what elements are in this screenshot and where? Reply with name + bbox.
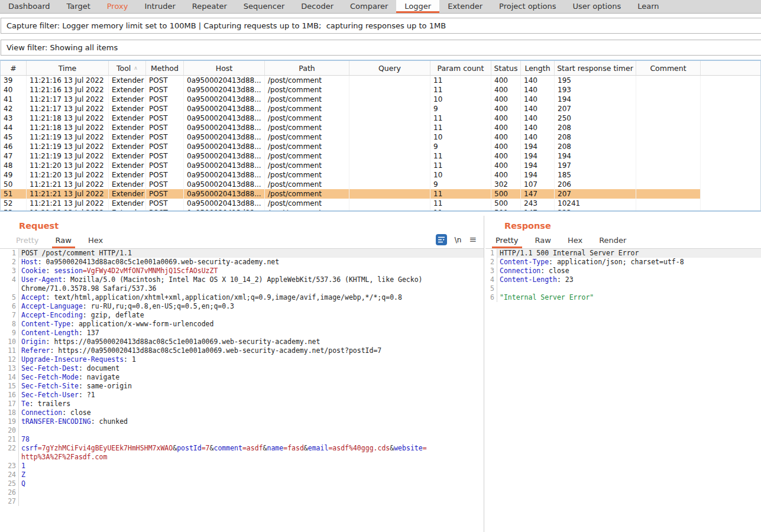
column-header-start-response-timer[interactable]: Start response timer (555, 61, 636, 75)
response-editor[interactable]: 1HTTP/1.1 500 Internal Server Error2Cont… (485, 249, 761, 532)
column-header-time[interactable]: Time (27, 61, 109, 75)
cell-param-count: 11 (430, 208, 491, 212)
column-header-comment[interactable]: Comment (636, 61, 701, 75)
column-header-status[interactable]: Status (491, 61, 521, 75)
cell-query (349, 161, 430, 170)
request-tab-hex[interactable]: Hex (81, 233, 110, 248)
code-line: 14Sec-Fetch-Mode: navigate (0, 373, 484, 382)
request-editor[interactable]: 1POST /post/comment HTTP/1.12Host: 0a950… (0, 249, 484, 532)
cell-time: 11:21:18 13 Jul 2022 (27, 113, 109, 123)
cell-method: POST (146, 199, 184, 208)
menu-tab-decoder[interactable]: Decoder (293, 0, 342, 13)
cell-status: 500 (491, 199, 521, 208)
menu-tab-user-options[interactable]: User options (565, 0, 630, 13)
code-line: 2Host: 0a9500020413d88ac08c5c1e001a0069.… (0, 258, 484, 267)
response-tab-hex[interactable]: Hex (561, 233, 590, 248)
cell-path: /post/comment (265, 85, 349, 95)
cell-path: /post/comment (265, 123, 349, 132)
menu-tab-dashboard[interactable]: Dashboard (0, 0, 59, 13)
cell-query (349, 123, 430, 132)
table-row[interactable]: 4211:21:17 13 Jul 2022ExtenderPOST0a9500… (1, 104, 760, 113)
column-header-path[interactable]: Path (265, 61, 349, 75)
code-line: 18Connection: close (0, 408, 484, 417)
logger-table[interactable]: #TimeTool∧MethodHostPathQueryParam count… (0, 60, 761, 212)
table-row[interactable]: 4811:21:20 13 Jul 2022ExtenderPOST0a9500… (1, 161, 760, 170)
column-header-query[interactable]: Query (349, 61, 430, 75)
table-row[interactable]: 5111:21:21 13 Jul 2022ExtenderPOST0a9500… (1, 189, 760, 199)
table-row[interactable]: 4111:21:17 13 Jul 2022ExtenderPOST0a9500… (1, 95, 760, 104)
column-header-filler (701, 61, 761, 75)
column-header-number[interactable]: # (1, 61, 27, 75)
line-number: 23 (0, 462, 19, 471)
view-filter-bar[interactable]: View filter: Showing all items (1, 40, 761, 56)
cell-start-response-timer: 207 (555, 104, 636, 113)
cell-host: 0a9500020413d88... (184, 199, 265, 208)
menu-tab-repeater[interactable]: Repeater (184, 0, 235, 13)
pretty-print-icon[interactable] (436, 234, 447, 245)
menu-tab-proxy[interactable]: Proxy (99, 0, 137, 13)
code-line: 5 (485, 284, 761, 293)
menu-tab-logger[interactable]: Logger (396, 0, 439, 13)
column-header-param-count[interactable]: Param count (430, 61, 491, 75)
column-header-host[interactable]: Host (184, 61, 265, 75)
table-row[interactable]: 5211:21:21 13 Jul 2022ExtenderPOST0a9500… (1, 199, 760, 208)
table-row[interactable]: 4011:21:16 13 Jul 2022ExtenderPOST0a9500… (1, 85, 760, 95)
request-tab-pretty[interactable]: Pretty (9, 233, 46, 248)
menu-tab-intruder[interactable]: Intruder (136, 0, 183, 13)
menu-tab-target[interactable]: Target (59, 0, 99, 13)
cell-length: 140 (521, 95, 555, 104)
cell-length: 194 (521, 142, 555, 151)
newline-toggle-icon[interactable]: \n (455, 236, 462, 244)
capture-filter-bar[interactable]: Capture filter: Logger memory limit set … (1, 18, 761, 34)
table-row[interactable]: 4411:21:18 13 Jul 2022ExtenderPOST0a9500… (1, 123, 760, 132)
cell-query (349, 142, 430, 151)
cell-comment (636, 113, 701, 123)
cell-param-count: 9 (430, 142, 491, 151)
cell-status: 400 (491, 151, 521, 161)
column-header-tool[interactable]: Tool∧ (109, 61, 146, 75)
table-row[interactable]: 4911:21:20 13 Jul 2022ExtenderPOST0a9500… (1, 170, 760, 180)
cell-status: 500 (491, 189, 521, 199)
table-row[interactable]: 3911:21:16 13 Jul 2022ExtenderPOST0a9500… (1, 76, 760, 85)
cell-id: 47 (1, 151, 27, 161)
cell-id: 43 (1, 113, 27, 123)
cell-host: 0a9500020413d88... (184, 76, 265, 85)
table-row[interactable]: 4711:21:19 13 Jul 2022ExtenderPOST0a9500… (1, 151, 760, 161)
code-line: 19tRANSFER-ENCODING: chunked (0, 417, 484, 426)
response-tab-render[interactable]: Render (592, 233, 633, 248)
line-number: 17 (0, 400, 19, 408)
request-tab-raw[interactable]: Raw (48, 233, 79, 248)
cell-method: POST (146, 161, 184, 170)
cell-host: 0a9500020413d88... (184, 104, 265, 113)
response-tab-raw[interactable]: Raw (528, 233, 558, 248)
cell-query (349, 170, 430, 180)
code-line: 15Sec-Fetch-Site: same-origin (0, 382, 484, 391)
cell-status: 400 (491, 161, 521, 170)
cell-length: 140 (521, 85, 555, 95)
cell-host: 0a9500020413d88... (184, 132, 265, 142)
cell-comment (636, 142, 701, 151)
line-number: 3 (0, 267, 19, 275)
response-tab-pretty[interactable]: Pretty (488, 233, 526, 248)
table-row[interactable]: 4311:21:18 13 Jul 2022ExtenderPOST0a9500… (1, 113, 760, 123)
menu-tab-project-options[interactable]: Project options (491, 0, 565, 13)
cell-param-count: 11 (430, 123, 491, 132)
table-row[interactable]: 5311:21:22 13 Jul 2022ExtenderPOST0a9500… (1, 208, 760, 212)
menu-tab-extender[interactable]: Extender (439, 0, 491, 13)
cell-length: 140 (521, 113, 555, 123)
menu-tab-comparer[interactable]: Comparer (342, 0, 396, 13)
menu-tab-sequencer[interactable]: Sequencer (235, 0, 293, 13)
table-row[interactable]: 5011:21:21 13 Jul 2022ExtenderPOST0a9500… (1, 180, 760, 189)
cell-length: 194 (521, 170, 555, 180)
table-row[interactable]: 4611:21:19 13 Jul 2022ExtenderPOST0a9500… (1, 142, 760, 151)
column-header-method[interactable]: Method (146, 61, 184, 75)
table-row[interactable]: 4511:21:19 13 Jul 2022ExtenderPOST0a9500… (1, 132, 760, 142)
cell-time: 11:21:16 13 Jul 2022 (27, 76, 109, 85)
code-line: 1POST /post/comment HTTP/1.1 (0, 249, 484, 258)
cell-filler (701, 180, 761, 189)
menu-tab-learn[interactable]: Learn (629, 0, 667, 13)
column-header-length[interactable]: Length (521, 61, 555, 75)
editor-menu-icon[interactable]: ≡ (469, 234, 477, 245)
line-number: 1 (0, 249, 19, 258)
cell-tool: Extender (109, 151, 146, 161)
